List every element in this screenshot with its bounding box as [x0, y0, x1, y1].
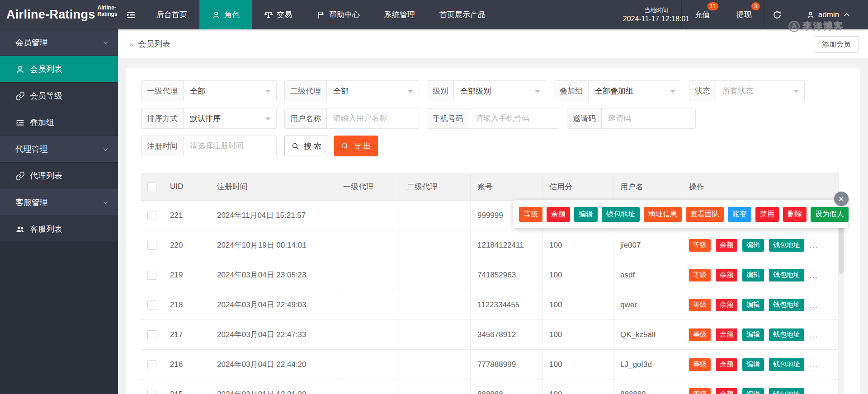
- phone-input[interactable]: [476, 114, 552, 123]
- admin-user-menu[interactable]: admin: [789, 0, 868, 29]
- stack-group-select[interactable]: 全部叠加组: [589, 81, 681, 101]
- wallet-address-button[interactable]: 钱包地址: [769, 299, 804, 311]
- level-select[interactable]: 全部级别: [454, 81, 546, 101]
- recharge-label: 充值: [695, 9, 710, 20]
- chevron-down-icon: [793, 90, 799, 93]
- wallet-address-button[interactable]: 钱包地址: [769, 388, 804, 394]
- set-fake-button[interactable]: 设为假人: [811, 207, 849, 222]
- nav-item-system[interactable]: 系统管理: [372, 0, 427, 29]
- sidebar-group-support-management[interactable]: 客服管理: [0, 189, 118, 216]
- view-team-button[interactable]: 查看团队: [686, 207, 724, 222]
- row-checkbox[interactable]: [147, 211, 156, 220]
- select-all-cell: [141, 173, 163, 201]
- edit-button[interactable]: 编辑: [742, 239, 764, 252]
- nav-item-roles[interactable]: 角色: [199, 0, 252, 29]
- status-select[interactable]: 所有状态: [716, 81, 804, 101]
- row-checkbox[interactable]: [147, 241, 156, 250]
- sidebar-item-label: 会员等级: [30, 90, 62, 101]
- refresh-icon: [772, 10, 782, 20]
- username-input[interactable]: [333, 114, 412, 123]
- sidebar-item-stack-group[interactable]: 叠加组: [0, 109, 118, 136]
- export-button[interactable]: 导 出: [334, 136, 378, 156]
- row-checkbox[interactable]: [147, 300, 156, 310]
- brand-name: Airline-Ratings: [6, 8, 95, 22]
- credit-cell: 100: [542, 260, 613, 290]
- sidebar-item-member-list[interactable]: 会员列表: [0, 56, 118, 83]
- balance-button[interactable]: 余额: [716, 328, 737, 341]
- sidebar-item-support-list[interactable]: 客服列表: [0, 216, 118, 243]
- account-change-button[interactable]: 账变: [728, 207, 751, 222]
- balance-button[interactable]: 余额: [716, 239, 737, 252]
- sidebar-item-label: 代理列表: [30, 170, 62, 181]
- wallet-address-button[interactable]: 钱包地址: [769, 239, 804, 252]
- reg-time-cell: 2024年03月04日 22:44:20: [210, 350, 336, 380]
- level-button[interactable]: 等级: [689, 358, 711, 371]
- level-button[interactable]: 等级: [689, 328, 711, 341]
- level-button[interactable]: 等级: [689, 239, 711, 252]
- balance-button[interactable]: 余额: [716, 299, 737, 311]
- wallet-address-button[interactable]: 钱包地址: [769, 328, 804, 341]
- edit-button[interactable]: 编辑: [742, 388, 764, 394]
- select-all-checkbox[interactable]: [147, 182, 156, 191]
- sidebar-item-label: 会员列表: [30, 64, 62, 75]
- edit-button[interactable]: 编辑: [742, 299, 764, 311]
- level-button[interactable]: 等级: [689, 299, 711, 311]
- balance-button[interactable]: 余额: [547, 207, 570, 222]
- refresh-button[interactable]: [764, 0, 789, 29]
- sidebar-item-member-level[interactable]: 会员等级: [0, 83, 118, 109]
- add-member-button[interactable]: 添加会员: [814, 36, 859, 53]
- edit-button[interactable]: 编辑: [742, 269, 764, 281]
- agent1-select[interactable]: 全部: [184, 81, 276, 101]
- balance-button[interactable]: 余额: [716, 358, 737, 371]
- recharge-button[interactable]: 充值 11: [681, 0, 723, 29]
- nav-item-help-center[interactable]: 帮助中心: [304, 0, 372, 29]
- nav-item-home-products[interactable]: 首页展示产品: [427, 0, 498, 29]
- filter-level: 级别 全部级别: [427, 80, 546, 101]
- wallet-address-button[interactable]: 钱包地址: [602, 207, 640, 222]
- sidebar-group-agent-management[interactable]: 代理管理: [0, 136, 118, 163]
- nav-label: 角色: [224, 9, 240, 20]
- popup-close-button[interactable]: ✕: [834, 192, 849, 206]
- nav-item-dashboard[interactable]: 后台首页: [144, 0, 199, 29]
- balance-button[interactable]: 余额: [716, 388, 737, 394]
- nav-item-transactions[interactable]: 交易: [252, 0, 304, 29]
- withdraw-button[interactable]: 提现 3: [723, 0, 764, 29]
- level-button[interactable]: 等级: [689, 269, 711, 281]
- filter-agent2: 二级代理 全部: [284, 80, 419, 101]
- table-body: 2212024年11月04日 15:21:579999992202024年10月…: [141, 201, 839, 394]
- row-checkbox[interactable]: [147, 330, 156, 339]
- wallet-address-button[interactable]: 钱包地址: [769, 269, 804, 281]
- level-button[interactable]: 等级: [519, 207, 542, 222]
- row-checkbox[interactable]: [147, 271, 156, 280]
- edit-button[interactable]: 编辑: [574, 207, 598, 222]
- disable-button[interactable]: 禁用: [755, 207, 779, 222]
- link-icon: [15, 91, 25, 101]
- edit-button[interactable]: 编辑: [742, 358, 764, 371]
- reg-time-input[interactable]: [190, 141, 270, 150]
- sort-select[interactable]: 默认排序: [184, 108, 276, 128]
- sidebar-item-agent-list[interactable]: 代理列表: [0, 163, 118, 189]
- sidebar-group-member-management[interactable]: 会员管理: [0, 29, 118, 56]
- member-list-card: 一级代理 全部 二级代理 全部 级别 全部级别: [126, 68, 860, 394]
- invite-code-input[interactable]: [608, 114, 689, 123]
- row-actions-cell: 等级余额编辑钱包地址…: [682, 260, 839, 290]
- agent2-select[interactable]: 全部: [327, 81, 419, 101]
- balance-button[interactable]: 余额: [716, 269, 737, 281]
- level-button[interactable]: 等级: [689, 388, 711, 394]
- wallet-address-button[interactable]: 钱包地址: [769, 358, 804, 371]
- delete-button[interactable]: 删除: [783, 207, 807, 222]
- edit-button[interactable]: 编辑: [742, 328, 764, 341]
- scales-icon: [264, 10, 273, 19]
- row-actions-cell: 等级余额编辑钱包地址…: [682, 290, 839, 320]
- address-info-button[interactable]: 地址信息: [644, 207, 682, 222]
- local-time: 当地时间 2024-11-17 12:18:01: [631, 0, 681, 29]
- row-checkbox[interactable]: [147, 390, 156, 394]
- agent1-cell: [336, 230, 400, 260]
- sidebar-collapse-button[interactable]: [118, 0, 144, 29]
- username-cell: 888888: [613, 380, 682, 394]
- row-checkbox[interactable]: [147, 360, 156, 369]
- agent1-cell: [336, 260, 400, 290]
- credit-cell: 100: [542, 380, 613, 394]
- search-button[interactable]: 搜 索: [284, 136, 328, 156]
- brand-logo: Airline-Ratings Airline-Ratings: [0, 0, 118, 29]
